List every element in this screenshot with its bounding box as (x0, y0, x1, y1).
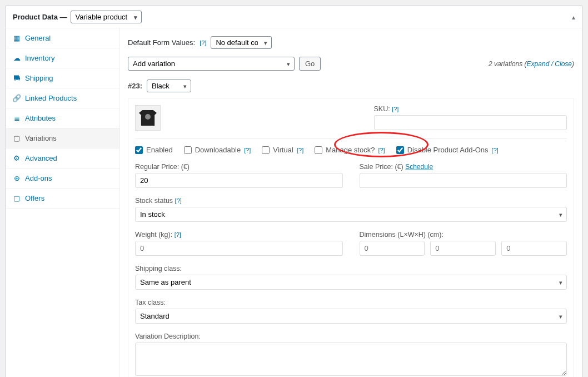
regular-price-input[interactable] (135, 173, 343, 188)
checkbox-label: Virtual (273, 146, 293, 154)
sidebar-item-label: Shipping (25, 74, 53, 82)
variation-checks: Enabled Downloadable [?] Virtual [?] Man… (135, 138, 567, 154)
checkbox-label: Disable Product Add-Ons (407, 146, 489, 154)
content-area: Default Form Values: [?] No default colo… (120, 28, 582, 377)
help-icon[interactable]: [?] (297, 147, 303, 153)
stock-status-label: Stock status (135, 197, 173, 205)
sidebar-item-advanced[interactable]: ⚙Advanced (6, 148, 119, 168)
dimension-length-input[interactable] (360, 241, 425, 256)
go-button[interactable]: Go (299, 57, 321, 71)
variation-description-textarea[interactable] (135, 343, 567, 376)
product-data-panel: Product Data — Variable product ▴ ▦Gener… (6, 6, 582, 377)
sidebar-item-inventory[interactable]: ☁Inventory (6, 48, 119, 68)
variation-description-label: Variation Description: (135, 333, 567, 340)
product-type-select[interactable]: Variable product (71, 11, 142, 23)
stock-status-select[interactable]: In stock (135, 207, 567, 222)
variation-box: SKU: [?] Enabled Downloadable [?] Virtua… (128, 98, 574, 377)
help-icon[interactable]: [?] (492, 147, 499, 153)
help-icon[interactable]: [?] (244, 147, 251, 153)
sidebar-item-label: Add-ons (25, 174, 52, 182)
weight-label: Weight (kg): (135, 231, 172, 239)
inventory-icon: ☁ (13, 54, 21, 62)
sidebar-item-linked-products[interactable]: 🔗Linked Products (6, 88, 119, 108)
variation-id-label: #23: (128, 82, 142, 90)
sku-input[interactable] (374, 115, 567, 130)
dimensions-label: Dimensions (L×W×H) (cm): (360, 231, 567, 239)
downloadable-checkbox[interactable]: Downloadable [?] (184, 146, 251, 154)
help-icon[interactable]: [?] (175, 197, 182, 204)
tag-icon: ▢ (13, 195, 21, 202)
sale-price-label: Sale Price: (€) (360, 163, 403, 171)
truck-icon: ⛟ (13, 75, 21, 82)
link-icon: 🔗 (13, 95, 21, 102)
variations-meta: 2 variations (Expand / Close) (489, 60, 574, 68)
disable-addons-checkbox[interactable]: Disable Product Add-Ons [?] (396, 146, 499, 154)
sidebar-item-label: Inventory (25, 54, 54, 62)
help-icon[interactable]: [?] (200, 39, 206, 46)
panel-title: Product Data — (13, 13, 67, 21)
virtual-checkbox[interactable]: Virtual [?] (262, 146, 303, 154)
regular-price-label: Regular Price: (€) (135, 163, 343, 171)
variation-attribute-select[interactable]: Black (147, 80, 191, 92)
variation-image[interactable] (135, 105, 161, 131)
help-icon[interactable]: [?] (392, 106, 398, 112)
sidebar-item-attributes[interactable]: ≣Attributes (6, 108, 119, 128)
schedule-link[interactable]: Schedule (405, 163, 433, 171)
sidebar: ▦General ☁Inventory ⛟Shipping 🔗Linked Pr… (6, 28, 120, 377)
panel-header: Product Data — Variable product ▴ (6, 6, 582, 28)
tax-class-label: Tax class: (135, 299, 567, 306)
plus-icon: ⊕ (13, 175, 21, 182)
enabled-checkbox[interactable]: Enabled (135, 146, 173, 154)
sidebar-item-addons[interactable]: ⊕Add-ons (6, 168, 119, 188)
collapse-icon[interactable]: ▴ (572, 13, 575, 21)
weight-input[interactable] (135, 241, 343, 256)
shipping-class-label: Shipping class: (135, 265, 567, 272)
sidebar-item-label: Advanced (25, 154, 57, 162)
tax-class-select[interactable]: Standard (135, 309, 567, 324)
box-icon: ▢ (13, 135, 21, 142)
sidebar-item-general[interactable]: ▦General (6, 28, 119, 48)
list-icon: ≣ (13, 115, 21, 122)
variations-count: 2 variations (489, 60, 522, 68)
sidebar-item-label: Linked Products (25, 94, 77, 102)
checkbox-label: Downloadable (195, 146, 241, 154)
sidebar-item-shipping[interactable]: ⛟Shipping (6, 68, 119, 88)
sidebar-item-label: Variations (25, 134, 57, 142)
sku-label: SKU: (374, 105, 390, 113)
grid-icon: ▦ (13, 34, 21, 42)
sidebar-item-label: Attributes (25, 114, 56, 122)
sale-price-input[interactable] (360, 173, 567, 188)
help-icon[interactable]: [?] (378, 147, 385, 153)
sidebar-item-variations[interactable]: ▢Variations (6, 128, 119, 148)
sidebar-item-offers[interactable]: ▢Offers (6, 188, 119, 209)
dimension-width-input[interactable] (430, 241, 496, 256)
shipping-class-select[interactable]: Same as parent (135, 275, 567, 290)
checkbox-label: Enabled (146, 146, 173, 154)
help-icon[interactable]: [?] (175, 231, 181, 238)
add-variation-select[interactable]: Add variation (128, 57, 295, 71)
checkbox-label: Manage stock? (326, 146, 375, 154)
gear-icon: ⚙ (13, 155, 21, 162)
sidebar-item-label: General (25, 34, 51, 42)
dimension-height-input[interactable] (501, 241, 567, 256)
tshirt-icon (139, 110, 157, 126)
expand-close-link[interactable]: Expand / Close (527, 60, 572, 68)
default-form-select[interactable]: No default color… (211, 36, 272, 49)
manage-stock-checkbox[interactable]: Manage stock? [?] (315, 146, 385, 154)
sidebar-item-label: Offers (25, 194, 44, 202)
default-form-values-label: Default Form Values: (128, 38, 195, 47)
